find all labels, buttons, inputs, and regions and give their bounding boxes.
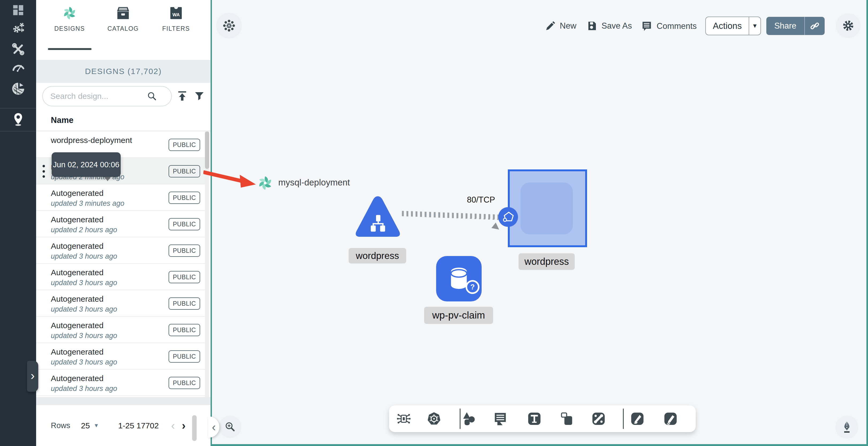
zoom-in-fab-button[interactable] [219,415,241,438]
design-row[interactable]: Autogenerated updated 3 hours ago PUBLIC [36,343,207,370]
wasm-wa-icon: WA [169,6,183,20]
design-row[interactable]: Autogenerated updated 3 hours ago PUBLIC [36,290,207,317]
floppy-disk-icon [587,20,598,32]
svg-text:WA: WA [172,12,180,18]
sidebar-item-lifecycle[interactable] [0,18,36,38]
share-button-label: Share [766,21,804,31]
filter-designs-button[interactable] [192,89,207,104]
pencil-icon [545,20,556,32]
design-updated: updated 3 hours ago [51,332,117,340]
mysql-deployment-node[interactable] [257,175,273,191]
dock-divider [623,409,624,429]
pagination-range: 1-25 17702 [118,421,159,430]
pen-tool-fab-button[interactable] [835,415,858,439]
visibility-badge: PUBLIC [168,165,200,177]
designs-panel: DESIGNS CATALOG WA FILTERS DESIGNS (17,7… [36,0,211,446]
tab-catalog-label: CATALOG [107,25,139,32]
tab-designs[interactable]: DESIGNS [47,6,92,48]
copy-link-button[interactable] [805,21,825,31]
gear-icon [841,19,855,33]
dock-rectangles-button[interactable] [559,411,575,426]
sidebar-item-extensions[interactable] [0,78,36,99]
rows-per-page-label: Rows [51,421,70,430]
rows-per-page-caret-icon[interactable]: ▼ [94,422,99,428]
prev-page-button[interactable]: ‹ [171,420,175,431]
divider [36,131,211,131]
design-name: Autogenerated [51,374,103,383]
import-design-button[interactable] [175,89,190,104]
design-row[interactable]: Autogenerated updated 2 hours ago PUBLIC [36,211,207,237]
actions-caret-icon[interactable]: ▼ [749,23,761,29]
design-row[interactable]: Autogenerated updated 3 hours ago PUBLIC [36,237,207,264]
search-icon [147,91,157,102]
rows-per-page-value[interactable]: 25 [81,421,90,430]
design-row[interactable]: Autogenerated updated 3 hours ago PUBLIC [36,264,207,290]
design-name: Autogenerated [51,215,103,224]
design-name: wordpress-deployment [51,136,132,145]
new-button[interactable]: New [545,20,576,32]
design-row[interactable]: Autogenerated updated 3 hours ago PUBLIC [36,317,207,343]
dock-scalpel-button[interactable] [629,411,645,426]
unknown-question-badge: ? [466,280,479,294]
dock-components-button[interactable] [396,411,411,426]
pentagon-icon [501,210,515,224]
active-tab-underline [48,48,92,50]
sidebar-item-kanvas[interactable] [0,109,36,129]
mesh-cluster-icon [222,19,236,33]
dock-comment-button[interactable] [493,411,508,426]
visibility-badge: PUBLIC [168,218,200,230]
location-pin-icon [11,112,25,126]
design-updated: updated 3 minutes ago [51,199,124,208]
actions-button-label: Actions [706,21,749,31]
mysql-deployment-label: mysql-deployment [278,177,350,187]
visibility-badge: PUBLIC [168,298,200,310]
next-page-button[interactable]: › [182,420,186,431]
save-as-button[interactable]: Save As [587,20,632,32]
design-updated: updated 3 hours ago [51,358,117,366]
sidebar-item-performance[interactable] [0,57,36,77]
dock-text-button[interactable] [527,411,542,426]
design-row[interactable]: Autogenerated updated 3 minutes ago PUBL… [36,184,207,211]
actions-split-button[interactable]: Actions ▼ [705,16,761,35]
dock-link-button[interactable] [591,411,606,426]
design-name: Autogenerated [51,268,103,277]
pager-scrollbar-thumb[interactable] [192,415,197,441]
sidebar-item-configuration[interactable] [0,39,36,59]
visibility-badge: PUBLIC [168,244,200,257]
visibility-badge: PUBLIC [168,271,200,283]
sidebar-item-dashboard[interactable] [0,0,36,20]
expand-sidebar-button[interactable]: › [27,361,38,392]
comments-button[interactable]: Comments [641,20,697,32]
wordpress-deployment-inner [520,182,573,234]
design-updated: updated 3 hours ago [51,305,117,313]
row-kebab-menu-icon[interactable] [42,165,45,178]
tab-filters[interactable]: WA FILTERS [153,6,199,48]
wp-pv-claim-label: wp-pv-claim [424,307,493,324]
designs-count-header: DESIGNS (17,702) [36,60,211,83]
design-row[interactable]: Autogenerated updated 3 hours ago PUBLIC [36,370,207,396]
chevron-left-icon: ‹ [212,420,216,434]
pen-nib-icon [840,421,853,434]
dashboard-icon [11,3,25,17]
search-input[interactable] [43,92,145,101]
updated-date-tooltip: Jun 02, 2024 00:06 [52,152,121,177]
list-scrollbar-thumb[interactable] [205,132,209,169]
dock-kubernetes-button[interactable] [426,411,442,426]
share-button[interactable]: Share [766,17,825,35]
tab-catalog[interactable]: CATALOG [100,6,146,48]
search-box[interactable] [42,86,172,106]
design-updated: updated 2 hours ago [51,226,117,234]
dock-pencil-button[interactable] [663,411,678,426]
red-annotation-arrow [204,168,257,190]
visibility-badge: PUBLIC [168,350,200,363]
comments-button-label: Comments [657,22,697,31]
speedometer-icon [11,60,25,74]
spaces-fab-button[interactable] [216,13,242,38]
dock-shapes-button[interactable] [461,411,477,426]
edge-port-label: 80/TCP [467,195,495,205]
tab-designs-label: DESIGNS [54,25,85,32]
wp-pv-claim-node[interactable] [436,256,482,302]
settings-fab-button[interactable] [836,13,861,38]
edge-endpoint-badge[interactable] [498,207,518,227]
visibility-badge: PUBLIC [168,377,200,389]
